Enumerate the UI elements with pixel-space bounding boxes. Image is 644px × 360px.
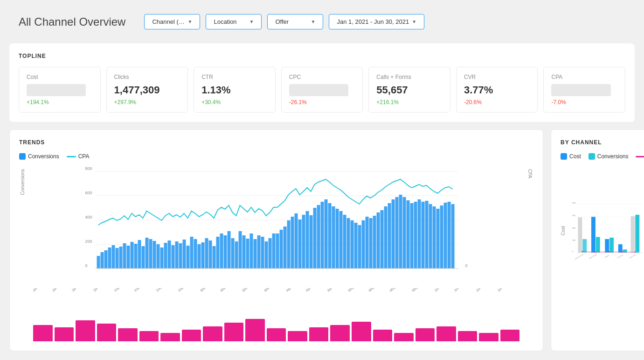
svg-rect-70 bbox=[317, 205, 320, 268]
svg-text:Nonbrand Sear…: Nonbrand Sear… bbox=[575, 253, 585, 260]
svg-text:Display: Display bbox=[604, 254, 609, 258]
mini-bar bbox=[330, 325, 350, 341]
svg-rect-17 bbox=[119, 247, 123, 268]
offer-filter[interactable]: Offer ▼ bbox=[267, 14, 323, 29]
svg-rect-32 bbox=[175, 241, 179, 268]
date-range-filter[interactable]: Jan 1, 2021 - Jun 30, 2021 ▼ bbox=[329, 14, 424, 29]
svg-rect-105 bbox=[448, 202, 451, 268]
cvr-label: CVR bbox=[464, 74, 530, 80]
mini-bar bbox=[267, 328, 286, 341]
svg-rect-77 bbox=[343, 215, 346, 268]
svg-rect-69 bbox=[313, 208, 317, 268]
svg-text:40K: 40K bbox=[572, 202, 575, 204]
svg-rect-16 bbox=[116, 248, 119, 268]
location-filter[interactable]: Location ▼ bbox=[206, 14, 262, 29]
topline-grid: Cost +194.1% Clicks 1,477,309 +297.9% CT… bbox=[19, 67, 625, 113]
svg-rect-60 bbox=[280, 230, 283, 268]
clicks-value: 1,477,309 bbox=[114, 84, 180, 96]
mini-bar bbox=[458, 331, 478, 341]
metric-cpa: CPA -7.0% bbox=[543, 67, 625, 113]
svg-rect-62 bbox=[287, 220, 291, 268]
svg-rect-80 bbox=[354, 223, 358, 268]
chevron-down-icon: ▼ bbox=[311, 19, 316, 24]
cost-legend-label: Cost bbox=[569, 153, 581, 160]
mini-bar bbox=[394, 333, 414, 341]
svg-rect-12 bbox=[101, 252, 104, 268]
svg-rect-91 bbox=[395, 197, 399, 268]
svg-rect-84 bbox=[369, 218, 373, 268]
svg-text:Paid Social: Paid Social bbox=[629, 254, 637, 259]
svg-rect-85 bbox=[373, 216, 376, 268]
svg-rect-86 bbox=[377, 212, 380, 268]
cpc-value-blurred bbox=[289, 84, 348, 96]
svg-rect-93 bbox=[403, 197, 406, 268]
svg-rect-29 bbox=[164, 243, 167, 268]
location-filter-label: Location bbox=[214, 18, 236, 25]
svg-rect-97 bbox=[418, 199, 421, 268]
svg-rect-73 bbox=[328, 203, 332, 268]
svg-text:400: 400 bbox=[85, 215, 92, 219]
svg-rect-76 bbox=[339, 211, 343, 268]
clicks-change: +297.9% bbox=[114, 99, 180, 106]
mini-bar bbox=[33, 325, 53, 341]
metric-calls-forms: Calls + Forms 55,657 +216.1% bbox=[368, 67, 450, 113]
svg-rect-68 bbox=[310, 215, 313, 268]
cvr-value: 3.77% bbox=[464, 84, 530, 96]
svg-rect-104 bbox=[444, 203, 447, 268]
cpa-legend-icon bbox=[67, 156, 76, 157]
cost-value-blurred bbox=[27, 84, 86, 96]
svg-rect-75 bbox=[336, 209, 339, 268]
channel-panel: BY CHANNEL Cost Conversions CPA Cost Con… bbox=[551, 129, 644, 351]
svg-rect-54 bbox=[257, 235, 261, 268]
mini-bar bbox=[224, 323, 244, 341]
channel-filter[interactable]: Channel (… ▼ bbox=[144, 14, 200, 29]
trends-title: TRENDS bbox=[19, 139, 533, 146]
svg-rect-125 bbox=[618, 244, 623, 253]
svg-rect-124 bbox=[609, 238, 614, 253]
svg-rect-55 bbox=[261, 237, 264, 268]
mini-bars-container bbox=[33, 316, 519, 341]
svg-rect-71 bbox=[321, 202, 324, 268]
svg-rect-120 bbox=[582, 239, 587, 253]
svg-rect-96 bbox=[414, 202, 417, 268]
channel-chart-svg: 40K 30K 20K 10K 0 0 bbox=[572, 164, 644, 295]
svg-rect-49 bbox=[239, 231, 242, 268]
y-axis-left-label: Conversions bbox=[20, 169, 25, 195]
channel-chart-wrapper: Cost Conversions / CPA 40K 30K 20K 10K 0… bbox=[561, 164, 644, 296]
svg-rect-83 bbox=[366, 217, 369, 268]
cpa-label: CPA bbox=[551, 74, 617, 80]
ctr-value: 1.13% bbox=[201, 84, 268, 96]
channel-legend: Cost Conversions CPA bbox=[561, 153, 644, 160]
svg-rect-25 bbox=[149, 239, 152, 268]
svg-rect-82 bbox=[362, 220, 365, 268]
svg-rect-31 bbox=[172, 245, 175, 268]
svg-text:800: 800 bbox=[85, 166, 92, 171]
mini-bar bbox=[203, 326, 222, 341]
filters-container: Channel (… ▼ Location ▼ Offer ▼ Jan 1, 2… bbox=[144, 14, 424, 29]
ctr-label: CTR bbox=[201, 74, 268, 80]
svg-rect-14 bbox=[108, 247, 111, 268]
svg-rect-53 bbox=[254, 239, 257, 268]
svg-text:10K: 10K bbox=[572, 239, 575, 241]
svg-rect-101 bbox=[433, 206, 436, 268]
svg-rect-98 bbox=[422, 202, 425, 268]
metric-ctr: CTR 1.13% +30.4% bbox=[194, 67, 276, 113]
chevron-down-icon: ▼ bbox=[249, 19, 254, 24]
svg-rect-128 bbox=[635, 215, 639, 253]
svg-rect-61 bbox=[284, 226, 287, 268]
svg-text:0: 0 bbox=[85, 263, 88, 268]
topline-section: TOPLINE Cost +194.1% Clicks 1,477,309 +2… bbox=[9, 43, 635, 122]
mini-bar bbox=[352, 322, 371, 341]
svg-rect-67 bbox=[306, 211, 309, 268]
svg-rect-99 bbox=[425, 201, 429, 268]
svg-rect-33 bbox=[179, 243, 182, 268]
svg-rect-64 bbox=[295, 213, 298, 268]
mini-bar bbox=[160, 333, 180, 341]
svg-rect-123 bbox=[605, 239, 609, 253]
legend-conversions-ch: Conversions bbox=[589, 153, 629, 160]
metric-clicks: Clicks 1,477,309 +297.9% bbox=[106, 67, 188, 113]
svg-rect-89 bbox=[388, 203, 391, 268]
metric-cpc: CPC -26.1% bbox=[281, 67, 363, 113]
trends-legend: Conversions CPA bbox=[19, 153, 533, 160]
mini-bar bbox=[309, 327, 329, 341]
